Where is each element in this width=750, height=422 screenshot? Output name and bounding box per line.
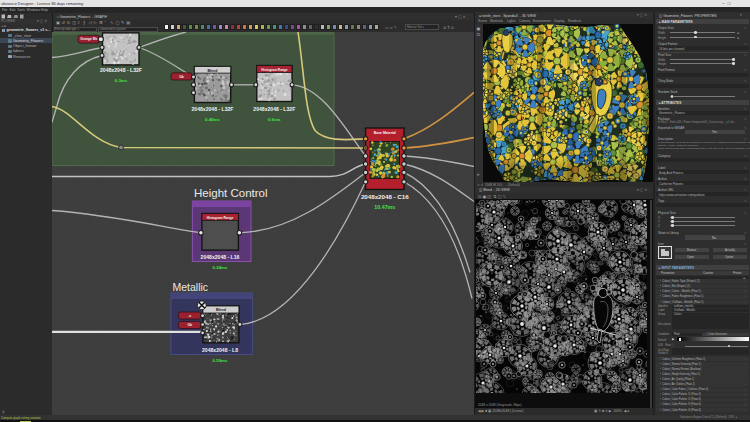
svg-text:-x: -x <box>188 313 191 317</box>
svg-text:0.6ms: 0.6ms <box>268 117 281 122</box>
svg-text:0.59ms: 0.59ms <box>213 357 228 362</box>
svg-text:Gb: Gb <box>187 323 192 327</box>
svg-text:0.24ms: 0.24ms <box>213 264 228 269</box>
svg-text:2048x2048 - L32F: 2048x2048 - L32F <box>100 67 142 73</box>
svg-text:Histogram Range: Histogram Range <box>261 67 288 71</box>
svg-text:2048x2048 - L16: 2048x2048 - L16 <box>201 253 240 259</box>
svg-text:Gb: Gb <box>179 74 184 78</box>
svg-text:Base Material: Base Material <box>374 131 396 135</box>
svg-text:2048x2048 - L32F: 2048x2048 - L32F <box>192 106 234 112</box>
svg-text:Blend: Blend <box>216 308 226 312</box>
svg-text:0.3ms: 0.3ms <box>115 78 128 83</box>
svg-text:Height Control: Height Control <box>194 187 268 199</box>
svg-text:2048x2048 - L8: 2048x2048 - L8 <box>202 346 238 352</box>
svg-text:Blend: Blend <box>208 68 218 72</box>
svg-text:Histogram Range: Histogram Range <box>207 215 234 219</box>
svg-text:10.47ms: 10.47ms <box>374 204 395 210</box>
svg-text:0.46ms: 0.46ms <box>205 117 220 122</box>
svg-text:Metallic: Metallic <box>173 280 209 292</box>
svg-text:Grunge Ma: Grunge Ma <box>80 37 97 41</box>
svg-text:2048x2048 - L32F: 2048x2048 - L32F <box>253 106 295 112</box>
svg-text:2048x2048 - C16: 2048x2048 - C16 <box>361 193 409 200</box>
